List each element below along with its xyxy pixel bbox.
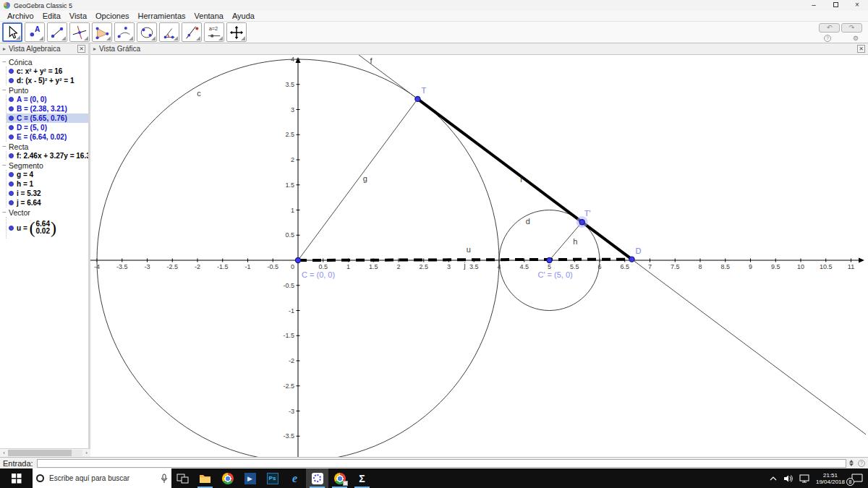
object-visibility-dot-icon[interactable]: [9, 116, 14, 121]
object-visibility-dot-icon[interactable]: [9, 134, 14, 140]
menu-item-opciones[interactable]: Opciones: [91, 11, 133, 21]
collapse-icon[interactable]: −: [2, 143, 9, 150]
volume-icon[interactable]: [783, 474, 793, 483]
network-icon[interactable]: [799, 474, 810, 483]
help-icon[interactable]: ?: [824, 35, 831, 42]
object-visibility-dot-icon[interactable]: [9, 200, 14, 205]
entrada-input[interactable]: [37, 459, 846, 468]
algebra-item[interactable]: d: (x - 5)² + y² = 1: [7, 76, 88, 85]
algebra-item[interactable]: f: 2.46x + 3.27y = 16.3: [7, 151, 88, 160]
object-visibility-dot-icon[interactable]: [9, 125, 14, 130]
tool-move-button[interactable]: [2, 22, 22, 42]
graphics-canvas[interactable]: -4-3.5-3-2.5-2-1.5-1-0.50.511.522.533.54…: [90, 55, 866, 457]
algebra-item[interactable]: c: x² + y² = 16: [7, 67, 88, 76]
algebra-section-punto[interactable]: −Punto: [2, 85, 88, 95]
taskbar-search-box[interactable]: [33, 468, 171, 488]
algebra-item[interactable]: h = 1: [7, 179, 88, 189]
action-center-icon[interactable]: 8: [851, 473, 864, 484]
hidden-icons-chevron-icon[interactable]: [769, 475, 778, 482]
menu-item-vista[interactable]: Vista: [65, 11, 91, 21]
taskbar-app-file-explorer[interactable]: [194, 468, 216, 488]
algebra-close-icon[interactable]: ✕: [77, 45, 85, 53]
object-visibility-dot-icon[interactable]: [9, 153, 14, 158]
object-visibility-dot-icon[interactable]: [9, 226, 14, 231]
algebra-item[interactable]: j = 6.64: [7, 198, 88, 207]
segment-i[interactable]: [417, 99, 631, 260]
close-button[interactable]: ×: [846, 0, 868, 11]
taskbar-app-chrome-profile[interactable]: [328, 468, 351, 488]
tool-slider-button[interactable]: a=2: [204, 22, 224, 42]
algebra-item[interactable]: u = (6.640.02): [7, 217, 88, 239]
redo-button[interactable]: ↷: [841, 23, 862, 33]
point-D[interactable]: [629, 257, 634, 262]
collapse-icon[interactable]: −: [2, 59, 9, 66]
taskbar-app-sigma-math[interactable]: Σ: [351, 468, 373, 488]
object-visibility-dot-icon[interactable]: [9, 97, 14, 102]
tool-angle-button[interactable]: [159, 22, 179, 42]
tool-polygon-button[interactable]: [92, 22, 112, 42]
algebra-horizontal-scrollbar[interactable]: ‹ ›: [0, 448, 90, 457]
menu-item-herramientas[interactable]: Herramientas: [134, 11, 190, 21]
search-input[interactable]: [49, 474, 161, 482]
move-graphics-view-icon: [229, 25, 244, 40]
microphone-icon[interactable]: [161, 474, 168, 484]
object-visibility-dot-icon[interactable]: [9, 172, 14, 177]
taskbar-app-photoshop[interactable]: Ps: [261, 468, 284, 488]
panel-arrow-icon[interactable]: ▸: [3, 46, 6, 52]
tool-point-button[interactable]: A: [25, 22, 45, 42]
taskbar-app-task-view[interactable]: [171, 468, 194, 488]
taskbar-app-chrome[interactable]: [216, 468, 239, 488]
tool-line-button[interactable]: [47, 22, 67, 42]
menu-item-edita[interactable]: Edita: [38, 11, 65, 21]
start-button[interactable]: [0, 468, 33, 488]
algebra-item[interactable]: A = (0, 0): [7, 95, 88, 104]
algebra-section-segmento[interactable]: −Segmento: [2, 160, 88, 170]
point-A[interactable]: [295, 257, 300, 262]
input-history-spinner-icon[interactable]: [849, 458, 854, 468]
algebra-section-cónica[interactable]: −Cónica: [2, 57, 88, 67]
undo-button[interactable]: ↶: [819, 23, 840, 33]
object-visibility-dot-icon[interactable]: [9, 106, 14, 111]
tool-move-graphics-view-button[interactable]: [226, 22, 247, 42]
menu-item-ayuda[interactable]: Ayuda: [228, 11, 259, 21]
collapse-icon[interactable]: −: [2, 209, 9, 216]
taskbar-app-geogebra[interactable]: [306, 468, 328, 488]
scroll-left-icon[interactable]: ‹: [0, 450, 8, 456]
algebra-item[interactable]: i = 5.32: [7, 189, 88, 198]
object-visibility-dot-icon[interactable]: [9, 78, 14, 83]
object-visibility-dot-icon[interactable]: [9, 69, 14, 74]
menu-item-ventana[interactable]: Ventana: [190, 11, 228, 21]
graphics-close-icon[interactable]: ✕: [857, 45, 865, 53]
algebra-item[interactable]: B = (2.38, 3.21): [7, 104, 88, 114]
taskbar-app-internet-explorer[interactable]: e: [284, 468, 306, 488]
taskbar-app-movies-tv[interactable]: ▶: [239, 468, 261, 488]
scrollbar-thumb[interactable]: [8, 450, 72, 456]
input-help-icon[interactable]: ?: [858, 460, 865, 467]
taskbar-clock[interactable]: 21:51 19/04/2018: [816, 472, 845, 485]
object-visibility-dot-icon[interactable]: [9, 191, 14, 196]
algebra-item[interactable]: E = (6.64, 0.02): [7, 132, 88, 142]
panel-arrow-icon[interactable]: ▸: [93, 46, 96, 52]
minimize-button[interactable]: –: [803, 0, 825, 11]
point-C-prime-center[interactable]: [547, 257, 552, 262]
segment-g[interactable]: [298, 99, 417, 260]
point-T-prime[interactable]: [579, 220, 584, 225]
menu-item-archivo[interactable]: Archivo: [3, 11, 38, 21]
collapse-icon[interactable]: −: [2, 162, 9, 169]
tool-line-point-button[interactable]: [182, 22, 202, 42]
gear-icon[interactable]: ⚙: [853, 35, 859, 42]
maximize-button[interactable]: [825, 0, 846, 11]
algebra-item[interactable]: g = 4: [7, 170, 88, 179]
tool-circle-arc-button[interactable]: [114, 22, 135, 42]
algebra-item[interactable]: C = (5.65, 0.76): [7, 114, 88, 123]
collapse-icon[interactable]: −: [2, 87, 9, 94]
tool-perpendicular-line-button[interactable]: [69, 22, 90, 42]
scroll-right-icon[interactable]: ›: [82, 450, 90, 456]
algebra-item[interactable]: D = (5, 0): [7, 123, 88, 132]
algebra-section-vector[interactable]: −Vector: [2, 207, 88, 217]
point-T[interactable]: [415, 96, 420, 101]
line-f[interactable]: [90, 55, 866, 457]
tool-conic-button[interactable]: [137, 22, 157, 42]
object-visibility-dot-icon[interactable]: [9, 181, 14, 187]
algebra-section-recta[interactable]: −Recta: [2, 142, 88, 151]
